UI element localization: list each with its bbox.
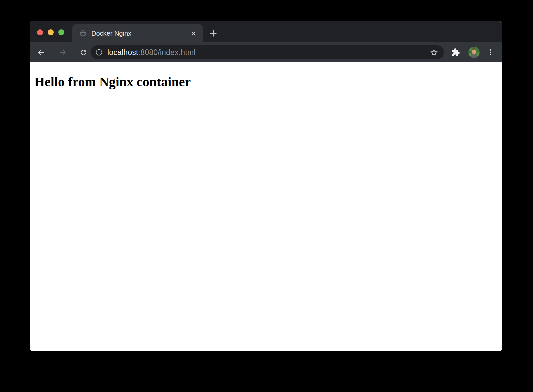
- avatar-image: [468, 47, 480, 58]
- reload-button[interactable]: [78, 47, 89, 58]
- tab-title: Docker Nginx: [91, 30, 131, 37]
- back-button[interactable]: [35, 47, 47, 58]
- bookmark-star-icon[interactable]: [430, 48, 438, 57]
- new-tab-button[interactable]: [208, 28, 219, 39]
- url-text: localhost:8080/index.html: [107, 48, 196, 57]
- reload-icon: [79, 48, 88, 57]
- site-info-icon[interactable]: [95, 48, 103, 57]
- back-arrow-icon: [37, 48, 45, 57]
- url-path: :8080/index.html: [138, 48, 196, 57]
- window-zoom-button[interactable]: [58, 29, 64, 35]
- browser-menu-button[interactable]: [485, 47, 496, 58]
- window-controls: [37, 29, 64, 35]
- address-bar[interactable]: localhost:8080/index.html: [91, 45, 444, 59]
- browser-toolbar: localhost:8080/index.html: [30, 42, 502, 62]
- plus-icon: [209, 29, 218, 38]
- tab-docker-nginx[interactable]: Docker Nginx: [72, 24, 203, 42]
- kebab-menu-icon: [487, 48, 495, 56]
- forward-arrow-icon: [58, 48, 67, 57]
- window-close-button[interactable]: [37, 29, 43, 35]
- url-host: localhost: [107, 48, 138, 57]
- profile-avatar[interactable]: [468, 47, 480, 58]
- extensions-button[interactable]: [450, 47, 461, 58]
- page-content: Hello from Nginx container: [30, 62, 502, 351]
- page-title: Hello from Nginx container: [34, 74, 502, 90]
- tab-close-icon[interactable]: [189, 29, 198, 38]
- window-minimize-button[interactable]: [48, 29, 54, 35]
- forward-button[interactable]: [57, 47, 68, 58]
- puzzle-icon: [451, 48, 460, 57]
- globe-icon: [79, 30, 87, 37]
- browser-window: Docker Nginx: [30, 21, 502, 351]
- tab-strip: Docker Nginx: [30, 21, 502, 42]
